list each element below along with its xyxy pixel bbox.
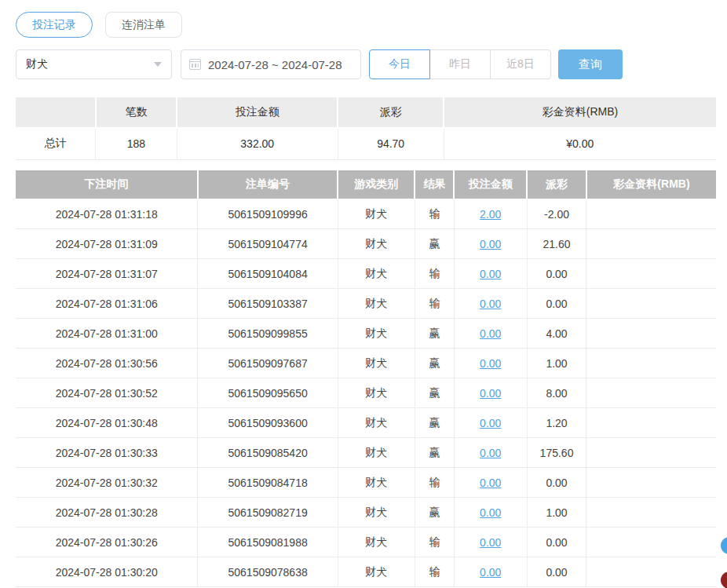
cell-bonus: [586, 319, 716, 349]
cell-order-no: 5061509109996: [198, 199, 338, 229]
column-header-3: 结果: [415, 170, 454, 199]
bet-amount-link[interactable]: 0.00: [480, 417, 501, 429]
bet-amount-link[interactable]: 0.00: [480, 536, 501, 549]
cell-bonus: [586, 408, 716, 438]
cell-game-type: 财犬: [338, 259, 415, 289]
bet-amount-link[interactable]: 0.00: [480, 327, 501, 340]
bet-amount-link[interactable]: 0.00: [480, 268, 501, 280]
betting-records-page: 投注记录 连消注单 财犬 2024-07-28 ~ 2024-07-28 今日 …: [0, 0, 727, 588]
bet-amount-link[interactable]: 0.00: [480, 238, 501, 250]
cell-result: 输: [415, 199, 454, 229]
cell-game-type: 财犬: [338, 319, 415, 349]
cell-bonus: [586, 289, 716, 319]
cell-result: 赢: [415, 229, 454, 259]
cell-payout: 0.00: [527, 557, 586, 587]
table-row: 2024-07-28 01:30:205061509078638财犬输0.000…: [16, 557, 716, 587]
bet-amount-link[interactable]: 0.00: [480, 477, 501, 489]
query-button[interactable]: 查询: [558, 49, 623, 79]
cell-bet-time: 2024-07-28 01:30:32: [16, 468, 198, 498]
cell-payout: -2.00: [527, 199, 586, 229]
cell-result: 赢: [415, 498, 454, 528]
cell-result: 赢: [415, 378, 454, 408]
cell-bet-amount: 0.00: [454, 498, 527, 528]
last-8-days-button[interactable]: 近8日: [490, 49, 551, 79]
cell-bet-amount: 0.00: [454, 378, 527, 408]
bets-header-row: 下注时间注单编号游戏类别结果投注金额派彩彩金资料(RMB): [16, 170, 716, 199]
cell-bet-time: 2024-07-28 01:31:06: [16, 289, 198, 319]
cell-game-type: 财犬: [338, 468, 415, 498]
summary-header-payout: 派彩: [338, 97, 444, 128]
table-row: 2024-07-28 01:30:565061509097687财犬赢0.001…: [16, 349, 716, 378]
cell-bonus: [586, 528, 716, 557]
cell-bet-time: 2024-07-28 01:31:00: [16, 319, 198, 349]
cell-bet-amount: 0.00: [454, 438, 527, 468]
column-header-5: 派彩: [527, 170, 586, 199]
bet-amount-link[interactable]: 2.00: [480, 208, 501, 221]
date-range-input[interactable]: 2024-07-28 ~ 2024-07-28: [181, 49, 361, 79]
table-row: 2024-07-28 01:31:065061509103387财犬输0.000…: [16, 289, 716, 319]
cell-order-no: 5061509078638: [198, 557, 338, 587]
cell-bet-amount: 0.00: [454, 557, 527, 587]
summary-total-payout: 94.70: [338, 128, 444, 159]
cell-order-no: 5061509081988: [198, 528, 338, 557]
cell-bet-time: 2024-07-28 01:31:18: [16, 199, 198, 229]
cell-bet-time: 2024-07-28 01:30:48: [16, 408, 198, 438]
bet-amount-link[interactable]: 0.00: [480, 447, 501, 459]
cell-payout: 175.60: [527, 438, 586, 468]
cell-result: 输: [415, 259, 454, 289]
floating-button-bottom[interactable]: [721, 572, 727, 588]
table-row: 2024-07-28 01:31:095061509104774财犬赢0.002…: [16, 229, 716, 259]
chevron-down-icon: [154, 62, 162, 67]
bet-amount-link[interactable]: 0.00: [480, 298, 501, 310]
cell-order-no: 5061509093600: [198, 408, 338, 438]
table-row: 2024-07-28 01:30:525061509095650财犬赢0.008…: [16, 378, 716, 408]
cell-result: 输: [415, 528, 454, 557]
cell-bet-time: 2024-07-28 01:30:20: [16, 557, 198, 587]
column-header-1: 注单编号: [198, 170, 338, 199]
today-button[interactable]: 今日: [369, 49, 430, 79]
calendar-icon: [189, 59, 201, 70]
table-row: 2024-07-28 01:31:185061509109996财犬输2.00-…: [16, 199, 716, 229]
game-select[interactable]: 财犬: [16, 49, 172, 79]
cell-payout: 8.00: [527, 378, 586, 408]
cell-bet-amount: 0.00: [454, 319, 527, 349]
floating-button-top[interactable]: [721, 537, 727, 554]
summary-header-empty: [16, 97, 96, 128]
column-header-6: 彩金资料(RMB): [586, 170, 716, 199]
top-tabs: 投注记录 连消注单: [16, 12, 716, 38]
cell-bet-amount: 0.00: [454, 468, 527, 498]
cell-result: 赢: [415, 438, 454, 468]
cell-bet-amount: 0.00: [454, 349, 527, 378]
cell-bonus: [586, 259, 716, 289]
cell-game-type: 财犬: [338, 498, 415, 528]
filter-bar: 财犬 2024-07-28 ~ 2024-07-28 今日 昨日 近8日 查询: [16, 49, 716, 79]
cell-result: 赢: [415, 408, 454, 438]
cell-game-type: 财犬: [338, 199, 415, 229]
table-row: 2024-07-28 01:30:325061509084718财犬输0.000…: [16, 468, 716, 498]
cell-bonus: [586, 229, 716, 259]
cell-result: 赢: [415, 349, 454, 378]
cell-bonus: [586, 468, 716, 498]
quick-date-button-group: 今日 昨日 近8日: [369, 49, 551, 79]
yesterday-button[interactable]: 昨日: [429, 49, 491, 79]
cell-bet-amount: 0.00: [454, 528, 527, 557]
cell-bet-amount: 0.00: [454, 229, 527, 259]
cell-bet-time: 2024-07-28 01:30:52: [16, 378, 198, 408]
summary-header-bonus: 彩金资料(RMB): [444, 97, 716, 128]
tab-betting-records[interactable]: 投注记录: [16, 12, 93, 38]
bet-amount-link[interactable]: 0.00: [480, 387, 501, 400]
cell-order-no: 5061509084718: [198, 468, 338, 498]
cell-order-no: 5061509103387: [198, 289, 338, 319]
cell-order-no: 5061509097687: [198, 349, 338, 378]
summary-table: 笔数 投注金额 派彩 彩金资料(RMB) 总计 188 332.00 94.70…: [16, 96, 716, 160]
bet-amount-link[interactable]: 0.00: [480, 357, 501, 370]
cell-result: 输: [415, 557, 454, 587]
cell-bet-time: 2024-07-28 01:30:56: [16, 349, 198, 378]
cell-order-no: 5061509099855: [198, 319, 338, 349]
cell-game-type: 财犬: [338, 557, 415, 587]
summary-total-label: 总计: [16, 128, 96, 159]
bet-amount-link[interactable]: 0.00: [480, 506, 501, 519]
summary-header-bet-amount: 投注金额: [177, 97, 338, 128]
bet-amount-link[interactable]: 0.00: [480, 566, 501, 579]
tab-cancelled-orders[interactable]: 连消注单: [105, 12, 182, 38]
